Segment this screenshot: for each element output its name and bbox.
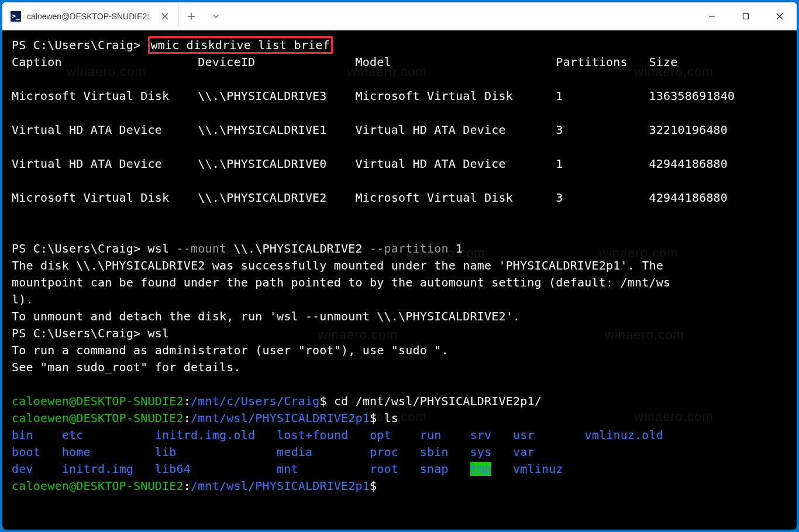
svg-rect-0 [743,13,749,19]
col-model: Model [356,55,556,69]
dollar: $ [370,479,377,493]
ls-entry: initrd.img [62,462,133,476]
command-highlighted: wmic diskdrive list brief [148,36,333,54]
close-icon [776,13,783,20]
flag-partition: --partition [370,241,449,255]
dollar: $ [319,394,326,408]
col-partitions: Partitions [556,55,649,69]
linux-path: /mnt/wsl/PHYSICALDRIVE2p1 [191,411,370,425]
ps-prompt: PS C:\Users\Craig> [12,241,148,255]
maximize-icon [742,13,749,20]
col-deviceid: DeviceID [198,55,355,69]
tab-actions [179,2,228,30]
cmd-wsl-plain: wsl [148,326,170,340]
ls-entry: vmlinuz.old [584,428,663,442]
ls-entry: dev [12,462,33,476]
colon: : [184,411,191,425]
linux-path: /mnt/c/Users/Craig [191,394,319,408]
ls-entry: srv [470,428,492,442]
terminal-window: >_ caloewen@DESKTOP-SNUDIE2: [2,2,797,530]
col-caption: Caption [12,55,198,69]
chevron-down-icon [212,12,220,20]
tab-dropdown-button[interactable] [204,2,228,30]
tab-active[interactable]: >_ caloewen@DESKTOP-SNUDIE2: [2,2,179,30]
flag-mount: --mount [177,241,227,255]
tab-title: caloewen@DESKTOP-SNUDIE2: [27,12,149,21]
colon: : [184,479,191,493]
ls-entry: lost+found [277,428,348,442]
ls-entry: initrd.img.old [155,428,255,442]
ls-entry: lib64 [155,462,191,476]
watermark: winaero.com [318,326,398,344]
arg-partnum: 1 [449,241,463,255]
ls-entry: sbin [420,445,449,459]
watermark: winaero.com [634,407,714,426]
arg-drive: \\.\PHYSICALDRIVE2 [226,241,370,255]
ls-entry: home [62,445,91,459]
new-tab-button[interactable] [179,2,204,30]
drive-row: Virtual HD ATA Device \\.\PHYSICALDRIVE0… [12,157,728,171]
powershell-icon: >_ [11,11,21,22]
ls-entry: media [277,445,312,459]
ls-entry: run [420,428,442,442]
ps-prompt: PS C:\Users\Craig> [12,38,148,52]
linux-user: caloewen@DESKTOP-SNUDIE2 [12,394,184,408]
ls-entry: var [513,445,535,459]
titlebar[interactable]: >_ caloewen@DESKTOP-SNUDIE2: [2,2,797,30]
ls-entry: usr [513,428,535,442]
ls-entry: mnt [277,462,298,476]
ls-entry: sys [470,445,492,459]
ls-entry: proc [370,445,398,459]
cmd-wsl: wsl [148,241,177,255]
drive-row: Microsoft Virtual Disk \\.\PHYSICALDRIVE… [12,191,728,205]
ps-prompt: PS C:\Users\Craig> [12,326,148,340]
ls-entry: etc [62,428,84,442]
ls-entry: tmp [470,462,492,476]
dollar: $ [370,411,377,425]
close-icon [161,13,168,20]
tab-close-button[interactable] [160,11,170,22]
drive-row: Microsoft Virtual Disk \\.\PHYSICALDRIVE… [12,89,735,103]
linux-user: caloewen@DESKTOP-SNUDIE2 [12,479,184,493]
plus-icon [187,12,195,20]
linux-cmd: ls [377,411,398,425]
linux-user: caloewen@DESKTOP-SNUDIE2 [12,411,184,425]
sudo-message: To run a command as administrator (user … [12,343,449,374]
ls-entry: lib [155,445,177,459]
drive-row: Virtual HD ATA Device \\.\PHYSICALDRIVE1… [12,123,728,137]
ls-entry: root [370,462,398,476]
mount-message: The disk \\.\PHYSICALDRIVE2 was successf… [12,258,670,323]
minimize-icon [708,13,715,20]
ls-entry: opt [370,428,391,442]
ls-entry: vmlinuz [513,462,563,476]
col-size: Size [649,55,677,69]
window-controls [695,2,797,30]
linux-path: /mnt/wsl/PHYSICALDRIVE2p1 [191,479,370,493]
linux-cmd: cd /mnt/wsl/PHYSICALDRIVE2p1/ [327,394,542,408]
minimize-button[interactable] [695,2,729,30]
maximize-button[interactable] [729,2,763,30]
window-close-button[interactable] [763,2,797,30]
ls-entry: boot [12,445,40,459]
ls-entry: snap [420,462,449,476]
terminal-content[interactable]: PS C:\Users\Craig> wmic diskdrive list b… [2,30,797,530]
ls-entry: bin [12,428,33,442]
watermark: winaero.com [605,326,684,344]
colon: : [184,394,191,408]
